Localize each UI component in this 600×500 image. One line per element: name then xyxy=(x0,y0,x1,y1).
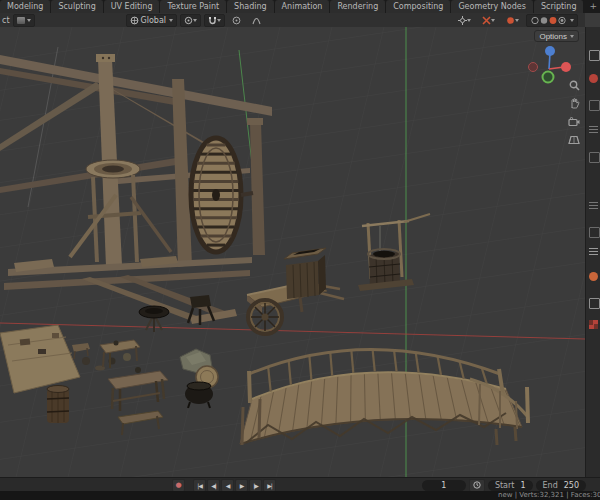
properties-tab-object-icon[interactable] xyxy=(589,272,598,281)
properties-tab-world-icon[interactable] xyxy=(589,248,598,257)
outliner-collection-icon[interactable] xyxy=(589,227,600,238)
add-workspace-button[interactable]: + xyxy=(584,0,600,13)
tab-compositing[interactable]: Compositing xyxy=(386,0,451,13)
zoom-button[interactable] xyxy=(567,79,581,92)
perspective-grid-icon xyxy=(568,135,580,145)
chevron-down-icon xyxy=(515,19,519,22)
shading-modes-icon xyxy=(530,16,570,25)
topbar: Modeling Sculpting UV Editing Texture Pa… xyxy=(0,0,600,13)
toggle-perspective-button[interactable] xyxy=(567,133,581,146)
properties-tab-modifier-icon[interactable] xyxy=(589,298,600,309)
falloff-curve-icon xyxy=(252,16,261,25)
frame-start-value: 1 xyxy=(520,481,525,490)
cauldron[interactable] xyxy=(185,382,213,408)
gizmo-icon xyxy=(458,16,467,25)
show-gizmo-dropdown[interactable] xyxy=(454,14,475,27)
small-table[interactable] xyxy=(100,340,140,368)
proportional-editing-toggle[interactable] xyxy=(228,14,245,27)
jump-to-start-button[interactable]: |◀ xyxy=(193,479,206,492)
properties-tab-tool-icon[interactable] xyxy=(589,50,600,61)
properties-tab-render-icon[interactable] xyxy=(589,74,598,83)
status-bar: new | Verts:32,321 | Faces:30,5 xyxy=(0,491,600,500)
chevron-down-icon xyxy=(467,19,471,22)
tab-geometry-nodes[interactable]: Geometry Nodes xyxy=(451,0,533,13)
frame-end-field[interactable]: End 250 xyxy=(536,480,586,491)
frame-end-value: 250 xyxy=(564,481,579,490)
tab-modeling[interactable]: Modeling xyxy=(0,0,51,13)
show-overlays-dropdown[interactable] xyxy=(478,14,499,27)
scene-statistics: new | Verts:32,321 | Faces:30,5 xyxy=(498,491,600,500)
chevron-down-icon xyxy=(193,19,197,22)
tab-uv-editing[interactable]: UV Editing xyxy=(104,0,161,13)
current-frame-value: 1 xyxy=(441,481,446,490)
properties-tab-output-icon[interactable] xyxy=(589,100,600,111)
chevron-down-icon xyxy=(217,19,221,22)
options-label: Options xyxy=(539,32,567,41)
hand-icon xyxy=(569,98,580,109)
overlays-icon xyxy=(482,16,491,25)
pivot-point-dropdown[interactable] xyxy=(180,14,201,27)
playback-controls: |◀ ◀| ◀ ▶ |▶ ▶| xyxy=(193,479,276,492)
crate-well[interactable] xyxy=(284,248,326,299)
campfire-bowl[interactable] xyxy=(139,306,169,332)
shading-wireframe-icon xyxy=(532,17,538,23)
auto-keying-record-button[interactable]: ● xyxy=(172,479,185,492)
bench[interactable] xyxy=(118,411,163,435)
workspace-tabs: Modeling Sculpting UV Editing Texture Pa… xyxy=(0,0,600,13)
properties-tab-scene-icon[interactable] xyxy=(589,152,600,163)
x-axis-line xyxy=(0,323,585,339)
barrel[interactable] xyxy=(47,386,69,424)
tab-animation[interactable]: Animation xyxy=(275,0,331,13)
ground-tarp[interactable] xyxy=(0,325,80,393)
shading-mode-group[interactable] xyxy=(526,14,578,27)
tread-wheel[interactable] xyxy=(191,138,253,252)
frame-end-label: End xyxy=(543,481,558,490)
chevron-down-icon xyxy=(491,19,495,22)
chevron-down-icon xyxy=(570,35,574,38)
keying-options-button[interactable] xyxy=(469,479,485,492)
camera-view-button[interactable] xyxy=(567,115,581,128)
next-keyframe-button[interactable]: |▶ xyxy=(249,479,262,492)
outliner-filter-icon[interactable] xyxy=(589,202,598,211)
chevron-down-icon xyxy=(169,19,173,22)
magnet-icon xyxy=(208,16,217,25)
orientation-icon xyxy=(130,16,139,25)
tab-rendering[interactable]: Rendering xyxy=(330,0,386,13)
3d-viewport[interactable]: Options xyxy=(0,27,585,477)
camera-icon xyxy=(568,117,580,127)
shading-material-icon xyxy=(550,17,557,24)
proportional-falloff-dropdown[interactable] xyxy=(248,14,265,27)
chevron-down-icon xyxy=(27,19,31,22)
options-button[interactable]: Options xyxy=(534,30,579,42)
mode-dropdown[interactable] xyxy=(13,14,35,27)
tab-shading[interactable]: Shading xyxy=(227,0,275,13)
mode-icon xyxy=(17,17,25,24)
gizmo-z-axis[interactable] xyxy=(545,46,555,56)
navigation-gizmo[interactable] xyxy=(525,43,573,93)
shading-solid-icon xyxy=(541,17,547,23)
gizmo-neg-x-axis[interactable] xyxy=(529,63,538,72)
move-view-button[interactable] xyxy=(567,97,581,110)
gizmo-y-axis[interactable] xyxy=(543,72,554,83)
tab-scripting[interactable]: Scripting xyxy=(534,0,585,13)
current-frame-field[interactable]: 1 xyxy=(422,480,466,491)
curved-bridge[interactable] xyxy=(240,349,528,445)
proportional-editing-icon xyxy=(232,16,241,25)
jump-to-end-button[interactable]: ▶| xyxy=(263,479,276,492)
frame-start-field[interactable]: Start 1 xyxy=(488,480,533,491)
properties-tab-material-icon[interactable] xyxy=(589,320,598,329)
xray-toggle-dropdown[interactable] xyxy=(502,14,523,27)
snap-toggle[interactable] xyxy=(204,14,225,27)
play-reverse-button[interactable]: ◀ xyxy=(221,479,234,492)
properties-tab-view-layer-icon[interactable] xyxy=(589,126,598,135)
clock-icon xyxy=(473,481,481,489)
play-button[interactable]: ▶ xyxy=(235,479,248,492)
tab-sculpting[interactable]: Sculpting xyxy=(51,0,103,13)
previous-keyframe-button[interactable]: ◀| xyxy=(207,479,220,492)
frame-start-label: Start xyxy=(495,481,515,490)
gizmo-x-axis[interactable] xyxy=(561,62,571,72)
transform-orientation-dropdown[interactable]: Global xyxy=(126,14,178,27)
tab-texture-paint[interactable]: Texture Paint xyxy=(160,0,227,13)
chevron-down-icon xyxy=(570,19,574,22)
properties-panel-sliver xyxy=(585,27,600,477)
